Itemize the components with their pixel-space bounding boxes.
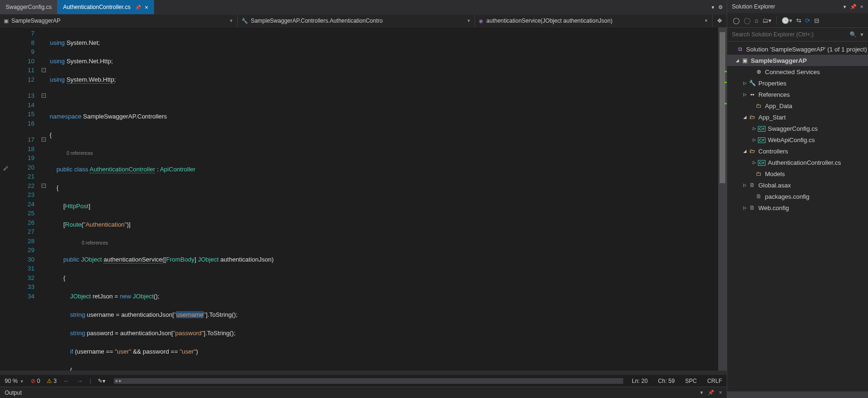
- cursor-line: Ln: 20: [632, 378, 647, 384]
- tree-item-appstart[interactable]: ◢🗁App_Start: [727, 111, 868, 123]
- nav-back-icon[interactable]: ◯: [733, 17, 740, 24]
- nav-class-dropdown[interactable]: 🔧 SampleSwaggerAP.Controllers.Authentica…: [238, 15, 475, 27]
- solution-node[interactable]: ⧉Solution 'SampleSwaggerAP' (1 of 1 proj…: [727, 43, 868, 55]
- collapse-all-icon[interactable]: ⊟: [814, 17, 819, 24]
- close-icon[interactable]: ×: [719, 390, 722, 396]
- tab-bar: SwaggerConfig.cs AuthenticationControlle…: [0, 0, 727, 14]
- search-input[interactable]: [730, 29, 848, 40]
- tree-item-appdata[interactable]: 🗀App_Data: [727, 100, 868, 111]
- editor-splitter[interactable]: [0, 371, 727, 374]
- solution-icon: ⧉: [736, 46, 744, 52]
- tree-item-webconfig[interactable]: ▷🗎Web.config: [727, 202, 868, 213]
- tab-dropdown-icon[interactable]: ▾: [712, 4, 714, 10]
- tree-item-properties[interactable]: ▷🔧Properties: [727, 77, 868, 89]
- brush-icon[interactable]: ✎▾: [98, 378, 105, 384]
- vertical-scrollbar[interactable]: [718, 27, 727, 371]
- connected-services-icon: ⊕: [755, 68, 763, 75]
- folder-icon: 🗀: [755, 102, 763, 109]
- codelens-references[interactable]: 0 references: [50, 238, 718, 246]
- fold-column: − − − −: [40, 27, 47, 371]
- line-gutter: 78910 1112 13141516 171819 20🖉 21222324 …: [0, 27, 40, 371]
- nav-forward-icon[interactable]: ◯: [744, 17, 751, 24]
- folder-open-icon: 🗁: [748, 114, 756, 120]
- code-content[interactable]: using System.Net; using System.Net.Http;…: [47, 27, 718, 371]
- folder-icon: 🗀: [755, 170, 763, 177]
- tree-item-webapiconfig[interactable]: ▷C#WebApiConfig.cs: [727, 134, 868, 145]
- tree-item-global[interactable]: ▷🗎Global.asax: [727, 179, 868, 191]
- tree-item-controllers[interactable]: ◢🗁Controllers: [727, 145, 868, 157]
- horizontal-scrollbar[interactable]: [114, 378, 623, 384]
- tab-swaggerconfig[interactable]: SwaggerConfig.cs: [0, 0, 57, 14]
- switch-views-icon[interactable]: 🗂▾: [762, 17, 772, 24]
- panel-dropdown-icon[interactable]: ▾: [700, 390, 703, 396]
- indent-mode[interactable]: SPC: [685, 378, 697, 384]
- nav-project-dropdown[interactable]: ▣ SampleSwaggerAP▼: [0, 15, 238, 27]
- tree-item-authcontroller[interactable]: ▷C#AuthenticationController.cs: [727, 157, 868, 168]
- split-editor-icon[interactable]: ✥: [713, 15, 727, 27]
- references-icon: ▪▪: [748, 91, 756, 98]
- sync-icon[interactable]: ⇆: [796, 17, 801, 24]
- fold-toggle[interactable]: −: [42, 93, 46, 98]
- solution-explorer-search[interactable]: 🔍 ▾: [727, 27, 868, 42]
- csharp-file-icon: C#: [757, 136, 766, 143]
- solution-explorer-hscroll[interactable]: [727, 391, 868, 398]
- panel-dropdown-icon[interactable]: ▾: [843, 4, 846, 10]
- navigation-bar: ▣ SampleSwaggerAP▼ 🔧 SampleSwaggerAP.Con…: [0, 14, 727, 27]
- fold-toggle[interactable]: −: [42, 184, 46, 188]
- gear-icon[interactable]: ⚙: [718, 4, 723, 10]
- tree-item-swaggerconfig[interactable]: ▷C#SwaggerConfig.cs: [727, 123, 868, 134]
- nav-forward-icon[interactable]: →: [77, 377, 83, 385]
- line-ending[interactable]: CRLF: [707, 378, 722, 384]
- class-icon: 🔧: [241, 18, 248, 24]
- csharp-project-icon: ▣: [4, 18, 9, 24]
- config-file-icon: 🗎: [755, 193, 763, 200]
- solution-explorer: Solution Explorer ▾ 📌 × ◯ ◯ ⌂ 🗂▾ 🕓▾ ⇆ ⟳ …: [727, 0, 868, 398]
- csharp-file-icon: C#: [757, 125, 766, 132]
- history-icon[interactable]: 🕓▾: [782, 17, 792, 24]
- codelens-references[interactable]: 0 references: [50, 149, 718, 156]
- solution-explorer-title[interactable]: Solution Explorer ▾ 📌 ×: [727, 0, 868, 13]
- close-icon[interactable]: ×: [860, 4, 863, 10]
- pin-icon[interactable]: 📌: [850, 4, 857, 10]
- warning-count[interactable]: ⚠ 3: [47, 378, 57, 384]
- zoom-level[interactable]: 90 % ▼: [5, 378, 24, 384]
- code-editor[interactable]: 78910 1112 13141516 171819 20🖉 21222324 …: [0, 27, 727, 371]
- method-icon: ◉: [479, 18, 483, 24]
- tree-item-models[interactable]: 🗀Models: [727, 168, 868, 179]
- close-icon[interactable]: ×: [145, 4, 148, 11]
- csharp-project-icon: ▣: [740, 57, 749, 64]
- search-icon[interactable]: 🔍: [850, 31, 857, 38]
- nav-method-dropdown[interactable]: ◉ authenticationService(JObject authenti…: [475, 15, 713, 27]
- tree-item-references[interactable]: ▷▪▪References: [727, 89, 868, 100]
- pin-icon[interactable]: 📌: [135, 5, 141, 10]
- chevron-down-icon[interactable]: ▾: [860, 31, 863, 38]
- error-count[interactable]: ⊘ 0: [31, 378, 40, 384]
- nav-back-icon[interactable]: ←: [63, 377, 70, 385]
- fold-toggle[interactable]: −: [42, 68, 46, 72]
- folder-open-icon: 🗁: [748, 148, 756, 154]
- home-icon[interactable]: ⌂: [755, 17, 758, 24]
- pin-icon[interactable]: 📌: [708, 390, 714, 396]
- config-file-icon: 🗎: [748, 204, 756, 211]
- tree-item-packages[interactable]: 🗎packages.config: [727, 191, 868, 202]
- solution-explorer-toolbar: ◯ ◯ ⌂ 🗂▾ 🕓▾ ⇆ ⟳ ⊟: [727, 13, 868, 27]
- editor-status-bar: 90 % ▼ ⊘ 0 ⚠ 3 ← → | ✎▾ Ln: 20 Ch: 59 SP…: [0, 374, 727, 387]
- csharp-file-icon: C#: [757, 159, 766, 166]
- fold-toggle[interactable]: −: [42, 137, 46, 142]
- solution-tree[interactable]: ⧉Solution 'SampleSwaggerAP' (1 of 1 proj…: [727, 42, 868, 391]
- tab-authcontroller[interactable]: AuthenticationController.cs 📌 ×: [57, 0, 154, 14]
- asax-file-icon: 🗎: [748, 182, 756, 188]
- quick-action-icon[interactable]: 🖉: [3, 164, 9, 173]
- refresh-icon[interactable]: ⟳: [805, 17, 810, 24]
- cursor-char: Ch: 59: [658, 378, 675, 384]
- wrench-icon: 🔧: [748, 80, 756, 86]
- tree-item-connected-services[interactable]: ⊕Connected Services: [727, 66, 868, 77]
- project-node[interactable]: ◢▣SampleSwaggerAP: [727, 55, 868, 66]
- output-panel-header[interactable]: Output ▾ 📌 ×: [0, 387, 727, 398]
